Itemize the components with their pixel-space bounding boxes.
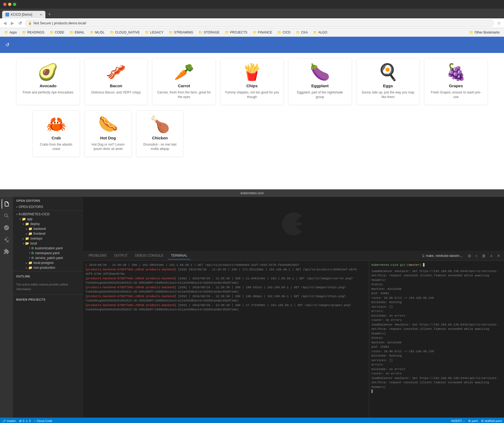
bookmark-legacy[interactable]: 📁 LEGACY [143, 29, 166, 35]
warning-icon: ! [29, 256, 30, 260]
log-line: pid: 32881 [371, 291, 502, 296]
tree-local[interactable]: ▾ 📂 local [13, 241, 83, 246]
log-line: loadbalancer emulator: Get https://192.1… [371, 376, 502, 390]
log-line: minikube: no errors [371, 314, 502, 318]
product-name: Hot Dog [89, 136, 127, 140]
terminal-area: | 2019/08/20 - 12:36:30 | 200 | 162.5063… [83, 261, 504, 418]
product-emoji: 🍳 [361, 64, 415, 80]
status-sync[interactable]: ↑ Cloud Code [34, 419, 52, 422]
folder-icon: 📁 [28, 227, 32, 231]
folder-icon: 📁 [296, 31, 300, 34]
terminal-split-button[interactable]: ⊞ [466, 253, 473, 259]
bookmark-algo[interactable]: 📁 ALGO [311, 29, 329, 35]
product-bacon[interactable]: 🥓 Bacon Delicious Bacon, and VERY crispy [84, 58, 148, 105]
log-line: [products-backend-875bf79dc-zdhnb produc… [85, 303, 367, 312]
back-button[interactable]: ◀ [2, 19, 8, 27]
kubernetes-cicd-root[interactable]: ▾ KUBERNETES-CICD [13, 212, 83, 217]
search-icon[interactable] [2, 211, 11, 221]
bookmark-mldl[interactable]: 📁 ML/DL [88, 29, 107, 35]
tree-frontend[interactable]: ▸ 📁 frontend [13, 231, 83, 236]
bookmark-email[interactable]: 📁 EMAIL [68, 29, 87, 35]
tree-local-postgres[interactable]: ▸ 📁 local-postgres [13, 260, 83, 265]
product-emoji: 🥓 [89, 64, 143, 80]
folder-icon: 📁 [145, 31, 149, 34]
product-eggplant[interactable]: 🍆 Eggplant Eggplant, part of the nightsh… [288, 58, 352, 105]
folder-icon: 📁 [90, 31, 94, 34]
tree-app[interactable]: ▾ 📁 app [13, 217, 83, 221]
bookmark-label: Apps [9, 31, 17, 34]
status-insert: INSERT -- [451, 419, 465, 422]
bookmark-projects[interactable]: 📁 PROJECTS [223, 29, 250, 35]
reload-button[interactable]: ↺ [17, 19, 23, 27]
tree-namespace[interactable]: ! ⚙ namespace.yaml [13, 251, 83, 256]
log-line: minikube: Running [371, 300, 502, 305]
bookmark-finance[interactable]: 📁 FINANCE [251, 29, 274, 35]
vscode-title: kubernetes-cicd [241, 191, 264, 195]
forward-button[interactable]: ▶ [10, 19, 15, 27]
product-avocado[interactable]: 🥑 Avocado Fresh and perfectly ripe Avoca… [16, 58, 80, 105]
debug-icon[interactable] [2, 235, 11, 244]
extensions-icon[interactable] [2, 247, 11, 256]
tab-close-button[interactable]: × [40, 12, 42, 17]
git-icon[interactable] [2, 223, 11, 233]
tree-non-production[interactable]: ▸ 📁 non-production [13, 265, 83, 270]
terminal-right[interactable]: kubernetes-cicd git:(master) ▊ loadbalan… [369, 261, 504, 418]
tab-debug-console[interactable]: DEBUG CONSOLE [132, 252, 167, 260]
maximize-button[interactable] [13, 3, 16, 6]
open-editors-item: ▾ OPEN EDITORS [13, 204, 83, 209]
product-crab[interactable]: 🦀 Crab Crabs from the atlantic coast [32, 110, 80, 157]
log-line: loadbalancer emulator: Get https://192.1… [371, 323, 502, 336]
status-errors[interactable]: ⊗ 0 ⚠ 0 [19, 419, 31, 423]
bookmark-cka[interactable]: 📁 CKA [294, 29, 310, 35]
tree-service-patch[interactable]: ! ⚙ service_patch.yaml [13, 256, 83, 260]
log-line: machine: minikube [371, 287, 502, 291]
vscode-watermark-icon [277, 208, 310, 240]
bookmark-readings[interactable]: 📁 READINGS [20, 29, 46, 35]
folder-icon: 📁 [25, 222, 29, 226]
product-emoji: 🦀 [37, 116, 75, 132]
product-desc: Carrots, fresh from the farm, great for … [157, 90, 211, 99]
terminal-add-button[interactable]: + [474, 253, 479, 259]
terminal-close-button[interactable]: ✕ [495, 253, 502, 259]
tab-title: KCICD [Demo] [11, 13, 32, 16]
terminal-chevron-button[interactable]: ∧ [488, 253, 494, 259]
bookmark-streaming[interactable]: 📁 STREAMING [167, 29, 195, 35]
close-button[interactable] [3, 3, 6, 6]
tree-overlays[interactable]: ▸ 📁 overlays [13, 236, 83, 241]
tab-output[interactable]: OUTPUT [111, 252, 131, 260]
tree-deploy[interactable]: ▾ 📁 deploy [13, 221, 83, 226]
product-carrot[interactable]: 🥕 Carrot Carrots, fresh from the farm, g… [152, 58, 216, 105]
status-branch[interactable]: ⎇ master [2, 419, 16, 423]
minimize-button[interactable] [8, 3, 11, 6]
tab-terminal[interactable]: TERMINAL [168, 252, 191, 260]
chevron-icon: ▸ [26, 232, 27, 235]
terminal-trash-button[interactable]: 🗑 [480, 253, 487, 259]
tree-kustomization[interactable]: ! ⚙ kustomization.yaml [13, 246, 83, 251]
product-grapes[interactable]: 🍇 Grapes Fresh Grapes, ensure to wash pr… [424, 58, 488, 105]
vscode-editor: kubernetes-cicd [0, 189, 504, 423]
url-box[interactable]: 🔒 Not Secure | products.demo.local/ [25, 20, 494, 27]
log-line: minikube: Running [371, 354, 502, 358]
yaml-icon: ⚙ [31, 256, 34, 260]
warning-icon: ! [29, 247, 30, 250]
bookmark-cloudnative[interactable]: 📁 CLOUD_NATIVE [108, 29, 142, 35]
bookmark-button[interactable]: ☆ [496, 19, 502, 27]
bookmark-code[interactable]: 📁 CODE [48, 29, 66, 35]
bookmark-storage[interactable]: 📁 STORAGE [196, 29, 221, 35]
product-chips[interactable]: 🍟 Chips Yummy chippies, not too good for… [220, 58, 284, 105]
folder-icon: 📁 [28, 232, 32, 236]
new-tab-button[interactable]: + [46, 11, 53, 18]
page-refresh-icon[interactable]: ↺ [5, 42, 9, 48]
folder-icon: 📁 [25, 237, 29, 240]
product-eggs[interactable]: 🍳 Eggs Sunny side up, just the way you m… [356, 58, 420, 105]
terminal-left[interactable]: | 2019/08/20 - 12:36:30 | 200 | 162.5063… [83, 261, 369, 418]
product-chicken[interactable]: 🍗 Chicken Drumstick - no mel stet mollis… [136, 110, 184, 157]
explorer-icon[interactable] [2, 199, 11, 209]
tree-backend[interactable]: ▸ 📁 backend [13, 226, 83, 231]
browser-tab[interactable]: KCICD [Demo] × [2, 11, 45, 18]
product-hotdog[interactable]: 🌭 Hot Dog Hot Dog or not? Lorem ipsum do… [84, 110, 132, 157]
tab-problems[interactable]: PROBLEMS [85, 252, 110, 260]
other-bookmarks[interactable]: 📁 Other Bookmarks [467, 29, 502, 35]
bookmark-cicd[interactable]: 📁 CICD [275, 29, 293, 35]
bookmark-apps[interactable]: 📁 Apps [2, 29, 19, 35]
